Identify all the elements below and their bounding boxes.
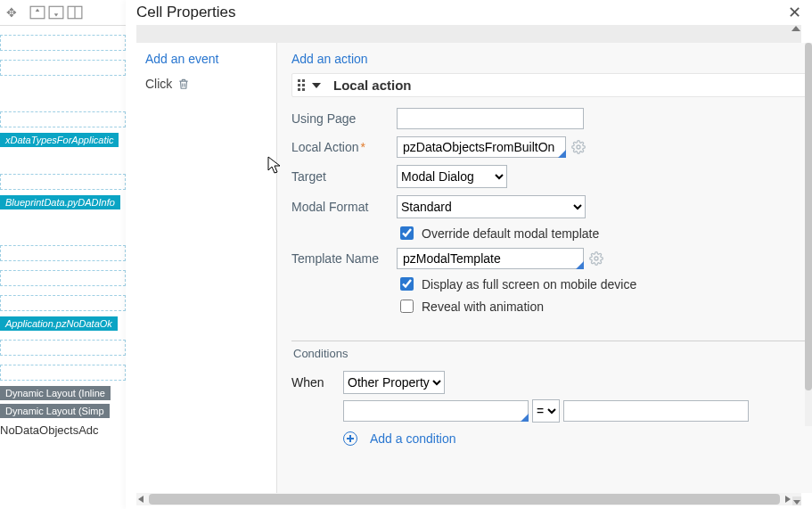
canvas-tag: xDataTypesForApplicatic (0, 133, 119, 147)
canvas-layout-tag: Dynamic Layout (Inline (0, 386, 111, 400)
reveal-animation-label[interactable]: Reveal with animation (422, 299, 544, 315)
svg-rect-1 (49, 6, 63, 19)
label-local-action: Local Action* (291, 140, 397, 154)
template-name-input[interactable] (397, 248, 584, 269)
action-header[interactable]: Local action (291, 73, 808, 97)
gear-icon[interactable] (589, 251, 603, 266)
modal-format-select[interactable]: Standard (397, 195, 586, 218)
override-template-checkbox[interactable] (400, 226, 414, 240)
label-target: Target (291, 169, 397, 184)
local-action-input[interactable] (397, 136, 566, 158)
canvas-row (0, 270, 126, 286)
canvas-tag: BlueprintData.pyDADInfo (0, 195, 120, 209)
dialog-body-bar (136, 25, 801, 43)
scroll-down-icon[interactable] (792, 497, 801, 505)
add-condition-link[interactable]: Add a condition (370, 431, 456, 446)
toolbar-icon (29, 5, 45, 20)
scrollbar-thumb[interactable] (149, 494, 780, 505)
canvas-row (0, 60, 126, 76)
when-label: When (291, 375, 334, 390)
add-event-link[interactable]: Add an event (145, 52, 266, 66)
vertical-scrollbar[interactable] (805, 43, 812, 426)
scroll-right-icon[interactable] (785, 496, 791, 503)
canvas-row (0, 295, 126, 311)
conditions-section: Conditions (291, 341, 808, 365)
svg-point-6 (577, 145, 580, 149)
design-canvas: ✥ xDataTypesForApplicatic BlueprintData.… (0, 0, 126, 509)
label-template-name: Template Name (291, 251, 397, 266)
actions-panel: Add an action Local action Using Page (277, 43, 812, 493)
events-panel: Add an event Click (136, 43, 277, 493)
target-select[interactable]: Modal DialogReplace CurrentOverlay (397, 165, 507, 188)
label-using-page: Using Page (291, 111, 397, 126)
canvas-row (0, 340, 126, 356)
toolbar-layout-icon (67, 5, 83, 20)
canvas-plain-text: NoDataObjectsAdc (0, 423, 126, 437)
canvas-row (0, 111, 126, 127)
event-item-label: Click (145, 77, 172, 91)
drag-handle-icon[interactable] (298, 79, 305, 91)
svg-point-7 (595, 257, 598, 260)
when-type-select[interactable]: Other Property (343, 371, 445, 394)
condition-rhs-input[interactable] (563, 400, 749, 422)
canvas-toolbar: ✥ (0, 0, 126, 26)
expand-icon[interactable] (312, 83, 321, 88)
close-icon[interactable]: ✕ (788, 4, 801, 21)
add-action-link[interactable]: Add an action (291, 52, 808, 66)
add-condition-icon[interactable] (343, 431, 357, 446)
conditions-heading: Conditions (291, 341, 808, 365)
toolbar-icon: ✥ (4, 5, 20, 20)
scroll-left-icon[interactable] (138, 496, 144, 503)
gear-icon[interactable] (571, 140, 586, 154)
using-page-input[interactable] (397, 108, 584, 129)
condition-lhs-input[interactable] (343, 400, 529, 422)
event-item[interactable]: Click (145, 77, 266, 91)
canvas-tag: Application.pzNoDataOk (0, 316, 118, 331)
action-name: Local action (328, 78, 412, 93)
scroll-up-icon[interactable] (791, 26, 800, 31)
trash-icon[interactable] (177, 78, 190, 90)
cell-properties-dialog: Cell Properties ✕ Add an event Click Add… (126, 0, 812, 509)
reveal-animation-checkbox[interactable] (400, 300, 414, 313)
label-modal-format: Modal Format (291, 200, 397, 214)
dialog-title: Cell Properties (136, 4, 236, 21)
full-screen-mobile-label[interactable]: Display as full screen on mobile device (422, 276, 636, 292)
horizontal-scrollbar[interactable] (136, 493, 801, 505)
canvas-row (0, 35, 126, 51)
condition-operator-select[interactable]: = (532, 399, 560, 423)
toolbar-icon (48, 5, 64, 20)
scrollbar-thumb[interactable] (805, 43, 812, 390)
dialog-header: Cell Properties ✕ (126, 0, 812, 25)
canvas-row (0, 245, 126, 261)
override-template-label[interactable]: Override default modal template (422, 226, 599, 242)
canvas-row (0, 365, 126, 381)
canvas-row (0, 174, 126, 190)
full-screen-mobile-checkbox[interactable] (400, 277, 414, 291)
svg-rect-0 (30, 6, 45, 19)
action-form: Using Page Local Action* (291, 108, 808, 446)
canvas-layout-tag: Dynamic Layout (Simp (0, 404, 110, 418)
